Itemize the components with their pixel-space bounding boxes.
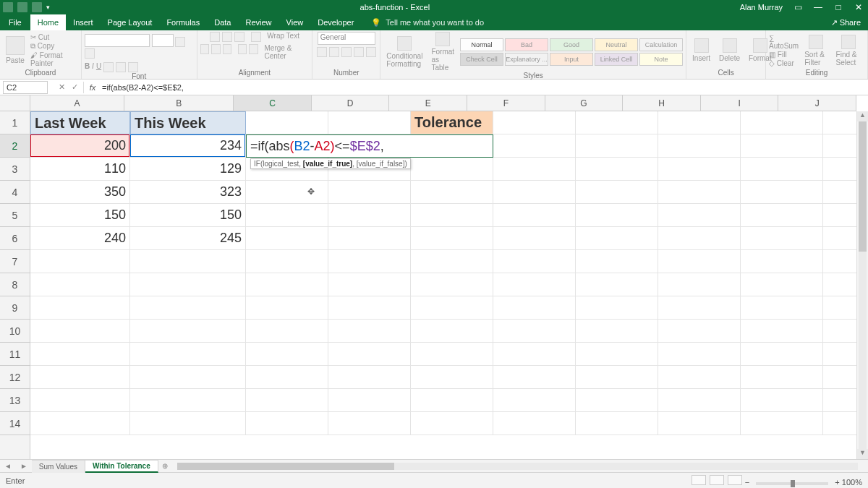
- style-good[interactable]: Good: [550, 38, 593, 51]
- row-header-11[interactable]: 11: [0, 343, 30, 366]
- cell-B12[interactable]: [130, 366, 246, 389]
- row-header-5[interactable]: 5: [0, 204, 30, 227]
- cell-E4[interactable]: [411, 181, 493, 204]
- cell-H5[interactable]: [658, 204, 741, 227]
- cell-D7[interactable]: [328, 250, 411, 273]
- zoom-level[interactable]: 100%: [842, 478, 862, 487]
- cell-F14[interactable]: [493, 412, 576, 435]
- col-header-A[interactable]: A: [30, 95, 124, 111]
- cell-G14[interactable]: [576, 412, 658, 435]
- cell-A12[interactable]: [30, 366, 130, 389]
- cell-G10[interactable]: [576, 320, 658, 343]
- increase-font-icon[interactable]: [175, 37, 185, 47]
- cell-E9[interactable]: [411, 296, 493, 320]
- style-neutral[interactable]: Neutral: [595, 38, 638, 51]
- cell-C10[interactable]: [246, 320, 328, 343]
- row-headers[interactable]: 1234567891011121314: [0, 111, 30, 459]
- view-normal-icon[interactable]: [692, 475, 706, 485]
- col-header-J[interactable]: J: [778, 95, 856, 111]
- cell-B6[interactable]: 245: [130, 227, 246, 250]
- cell-H1[interactable]: [658, 111, 741, 134]
- cell-A11[interactable]: [30, 343, 130, 366]
- cell-C13[interactable]: [246, 389, 328, 412]
- format-painter-button[interactable]: 🖌 Format Painter: [30, 51, 78, 67]
- decrease-font-icon[interactable]: [85, 48, 95, 59]
- cell-B9[interactable]: [130, 296, 246, 320]
- cell-F4[interactable]: [493, 181, 576, 204]
- cell-C5[interactable]: [246, 204, 328, 227]
- cell-C8[interactable]: [246, 273, 328, 296]
- tab-insert[interactable]: Insert: [66, 14, 101, 30]
- cell-F13[interactable]: [493, 389, 576, 412]
- cell-G12[interactable]: [576, 366, 658, 389]
- sheet-nav-next-icon[interactable]: ►: [16, 462, 32, 470]
- cell-A1[interactable]: Last Week: [30, 111, 130, 134]
- cell-H4[interactable]: [658, 181, 741, 204]
- horizontal-scroll-thumb[interactable]: [177, 463, 394, 470]
- cell-C4[interactable]: [246, 181, 328, 204]
- cell-D6[interactable]: [328, 227, 411, 250]
- cell-F8[interactable]: [493, 273, 576, 296]
- cell-A2[interactable]: 200: [30, 134, 130, 158]
- cell-H12[interactable]: [658, 366, 741, 389]
- cell-B3[interactable]: 129: [130, 158, 246, 181]
- cell-G6[interactable]: [576, 227, 658, 250]
- col-header-F[interactable]: F: [467, 95, 545, 111]
- cell-E1[interactable]: Tolerance: [411, 111, 493, 134]
- style-normal[interactable]: Normal: [460, 38, 503, 51]
- cell-E8[interactable]: [411, 273, 493, 296]
- cell-B10[interactable]: [130, 320, 246, 343]
- cell-I2[interactable]: [741, 134, 823, 158]
- cell-A6[interactable]: 240: [30, 227, 130, 250]
- cell-H13[interactable]: [658, 389, 741, 412]
- cell-C2[interactable]: =if(abs(B2-A2)<=$E$2,: [246, 134, 493, 158]
- cancel-edit-icon[interactable]: ✕: [55, 82, 68, 92]
- cell-E5[interactable]: [411, 204, 493, 227]
- row-header-8[interactable]: 8: [0, 273, 30, 296]
- style-check-cell[interactable]: Check Cell: [460, 53, 503, 66]
- align-top-icon[interactable]: [210, 32, 220, 42]
- cell-G9[interactable]: [576, 296, 658, 320]
- cells-area[interactable]: Last WeekThis WeekTolerance2002341101293…: [30, 111, 856, 459]
- cell-B13[interactable]: [130, 389, 246, 412]
- cell-E14[interactable]: [411, 412, 493, 435]
- cell-B8[interactable]: [130, 273, 246, 296]
- cell-B1[interactable]: This Week: [130, 111, 246, 134]
- cell-F5[interactable]: [493, 204, 576, 227]
- cell-C7[interactable]: [246, 250, 328, 273]
- cell-H10[interactable]: [658, 320, 741, 343]
- cell-A10[interactable]: [30, 320, 130, 343]
- cell-E13[interactable]: [411, 389, 493, 412]
- row-header-7[interactable]: 7: [0, 250, 30, 273]
- align-left-icon[interactable]: [200, 44, 209, 54]
- tab-home[interactable]: Home: [30, 14, 66, 30]
- cell-I11[interactable]: [741, 343, 823, 366]
- paste-button[interactable]: Paste: [3, 36, 27, 64]
- sheet-tab-within-tolerance[interactable]: Within Tolerance: [85, 460, 158, 473]
- style-note[interactable]: Note: [639, 53, 683, 66]
- indent-inc-icon[interactable]: [249, 44, 258, 54]
- col-header-E[interactable]: E: [389, 95, 467, 111]
- row-header-3[interactable]: 3: [0, 158, 30, 181]
- cell-I14[interactable]: [741, 412, 823, 435]
- row-header-4[interactable]: 4: [0, 181, 30, 204]
- conditional-formatting-button[interactable]: Conditional Formatting: [383, 36, 425, 68]
- fill-button[interactable]: ▥ Fill: [769, 51, 799, 59]
- cell-G4[interactable]: [576, 181, 658, 204]
- col-header-I[interactable]: I: [701, 95, 779, 111]
- zoom-slider[interactable]: [756, 482, 828, 485]
- cell-G3[interactable]: [576, 158, 658, 181]
- underline-button[interactable]: U: [96, 62, 101, 72]
- cell-I13[interactable]: [741, 389, 823, 412]
- cell-G1[interactable]: [576, 111, 658, 134]
- comma-icon[interactable]: [341, 47, 352, 57]
- cell-A4[interactable]: 350: [30, 181, 130, 204]
- maximize-icon[interactable]: □: [833, 2, 843, 12]
- wrap-text-button[interactable]: Wrap Text: [267, 32, 299, 42]
- cell-B14[interactable]: [130, 412, 246, 435]
- minimize-icon[interactable]: —: [813, 2, 823, 12]
- cell-E10[interactable]: [411, 320, 493, 343]
- cell-E6[interactable]: [411, 227, 493, 250]
- cell-A14[interactable]: [30, 412, 130, 435]
- scroll-down-icon[interactable]: ▼: [857, 449, 868, 459]
